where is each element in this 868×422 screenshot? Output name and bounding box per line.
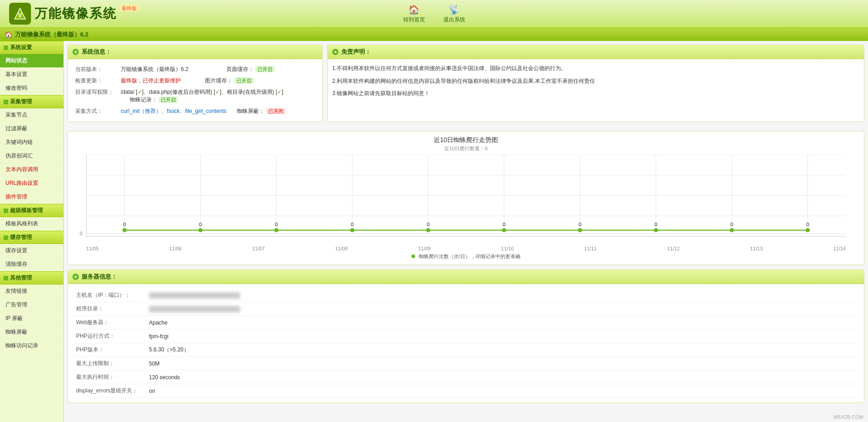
x-label-7: 11/12 [667, 246, 680, 251]
x-label-4: 11/09 [418, 246, 431, 251]
server-row-dir: 程序目录： [72, 302, 859, 316]
sidebar-item-template-list[interactable]: 模板风格列表 [0, 217, 63, 231]
chart-legend: 蜘蛛爬行次数（次/日），详细记录中的更准确 [72, 253, 859, 260]
x-label-1: 11/06 [169, 246, 182, 251]
system-info-icon: ★ [72, 49, 79, 55]
sidebar-item-cache-settings[interactable]: 缓存设置 [0, 244, 63, 258]
disclaimer-icon: ★ [332, 49, 339, 55]
server-info-panel: ★ 服务器信息： 主机名（IP：端口）： 程序目录： Web服务器： Apa [67, 269, 864, 403]
system-info-title: 系统信息： [82, 48, 111, 56]
php-version-value: 5.6.30（>5.20） [145, 343, 859, 357]
logo-title: 万能镜像系统 [35, 6, 117, 20]
server-row-php-version: PHP版本： 5.6.30（>5.20） [72, 343, 859, 357]
version-text: 万能镜像系统（最终版）6.2 [121, 66, 189, 72]
hostname-blurred [149, 292, 240, 299]
system-info-body: 当前版本： 万能镜像系统（最终版）6.2 页面缓存： 已开启 检查更新： 最终版… [68, 59, 322, 122]
sidebar-item-collect-node[interactable]: 采集节点 [0, 108, 63, 122]
svg-text:0: 0 [199, 222, 202, 227]
sidebar-item-friend-links[interactable]: 友情链接 [0, 285, 63, 298]
sidebar-section-template: 超级模板管理 [0, 204, 63, 217]
display-errors-value: on [145, 384, 859, 398]
spider-log-label: 蜘蛛记录： [130, 96, 157, 104]
disclaimer-text: 1.不得利用本软件以任何方式直接或者间接的从事违反中国法律、国际公约以及社会公德… [332, 64, 859, 99]
server-info-title: 服务器信息： [82, 273, 117, 281]
section-icon-3 [4, 208, 8, 213]
sidebar-item-clear-cache[interactable]: 清除缓存 [0, 258, 63, 271]
svg-text:0: 0 [806, 222, 809, 227]
sidebar-item-website-status[interactable]: 网站状态 [0, 54, 63, 68]
collect-label: 采集方式： [72, 106, 118, 117]
section-icon [4, 46, 8, 50]
svg-text:0: 0 [730, 222, 734, 227]
sidebar-section-title: 系统设置 [10, 44, 32, 51]
svg-text:0: 0 [654, 222, 657, 227]
server-row-hostname: 主机名（IP：端口）： [72, 289, 859, 302]
x-label-8: 11/13 [750, 246, 763, 251]
home-icon: 🏠 [408, 4, 420, 15]
sidebar-item-url-route[interactable]: URL路由设置 [0, 177, 63, 190]
page-cache-label: 页面缓存： [226, 66, 254, 72]
sidebar-item-text-content[interactable]: 文本内容调用 [0, 163, 63, 177]
svg-text:0: 0 [579, 222, 582, 227]
home-small-icon: 🏠 [5, 31, 12, 38]
section-icon-4 [4, 235, 8, 240]
upload-limit-value: 50M [145, 357, 859, 371]
check2: ✓ [215, 89, 220, 95]
x-label-5: 11/10 [501, 246, 514, 251]
top-row: ★ 系统信息： 当前版本： 万能镜像系统（最终版）6.2 页面缓存： 已开启 [67, 45, 864, 127]
svg-point-22 [502, 228, 507, 232]
x-label-2: 11/07 [252, 246, 265, 251]
x-label-0: 11/05 [86, 246, 99, 251]
collect-value: curl_init（推荐）、fsock、file_get_contents 蜘蛛… [118, 106, 318, 117]
svg-text:0: 0 [275, 222, 278, 227]
disclaimer-line-3: 3.镜像网站之前请先获取目标站的同意！ [332, 89, 859, 99]
sidebar: 系统设置 网站状态 基本设置 修改密码 采集管理 采集节点 过滤屏蔽 关键词内链… [0, 41, 64, 422]
server-row-exec-time: 最大执行时间： 120 seconds [72, 371, 859, 384]
logo-subtitle: 最终版 [120, 5, 139, 11]
svg-point-17 [123, 228, 127, 232]
dir-value [145, 302, 859, 316]
chart-title: 近10日蜘蛛爬行走势图 [72, 136, 859, 144]
disclaimer-title: 免责声明： [341, 48, 371, 56]
disclaimer-line-1: 1.不得利用本软件以任何方式直接或者间接的从事违反中国法律、国际公约以及社会公德… [332, 64, 859, 74]
server-row-webserver: Web服务器： Apache [72, 316, 859, 330]
svg-point-20 [350, 228, 354, 232]
sidebar-item-keyword-link[interactable]: 关键词内链 [0, 136, 63, 149]
logo-title-container: 万能镜像系统 最终版 [35, 5, 139, 22]
img-cache-status: 已开启 [234, 77, 254, 84]
spider-log-status: 已开启 [159, 97, 178, 103]
collect-text: curl_init（推荐）、fsock、file_get_contents [121, 108, 226, 114]
disclaimer-header: ★ 免责声明： [328, 45, 864, 59]
nav-home[interactable]: 🏠 转到首页 [403, 4, 425, 24]
chart-container: 0 [86, 155, 846, 237]
svg-text:0: 0 [426, 222, 430, 227]
chart-panel: 近10日蜘蛛爬行走势图 近10日爬行数量：0 0 [67, 131, 864, 265]
sidebar-item-pseudo-original[interactable]: 伪原创词汇 [0, 149, 63, 163]
sidebar-item-ad-mgmt[interactable]: 广告管理 [0, 298, 63, 312]
sidebar-section-system: 系统设置 [0, 41, 63, 54]
sidebar-item-change-password[interactable]: 修改密码 [0, 81, 63, 95]
dir-label: 程序目录： [72, 302, 145, 316]
sidebar-item-basic-settings[interactable]: 基本设置 [0, 68, 63, 81]
svg-text:0: 0 [351, 222, 354, 227]
sidebar-item-filter-block[interactable]: 过滤屏蔽 [0, 122, 63, 136]
webserver-value: Apache [145, 316, 859, 330]
sidebar-item-plugin-mgmt[interactable]: 插件管理 [0, 190, 63, 204]
sidebar-section-title-2: 采集管理 [10, 98, 32, 106]
php-version-label: PHP版本： [72, 343, 145, 357]
info-table: 当前版本： 万能镜像系统（最终版）6.2 页面缓存： 已开启 检查更新： 最终版… [72, 64, 318, 117]
sidebar-item-spider-log[interactable]: 蜘蛛访问记录 [0, 339, 63, 353]
sidebar-item-ip-block[interactable]: IP 屏蔽 [0, 312, 63, 325]
nav-logout-label: 退出系统 [443, 16, 465, 24]
svg-point-21 [426, 228, 431, 232]
x-axis-labels: 11/05 11/06 11/07 11/08 11/09 11/10 11/1… [72, 246, 859, 251]
main-layout: 系统设置 网站状态 基本设置 修改密码 采集管理 采集节点 过滤屏蔽 关键词内链… [0, 41, 868, 422]
disclaimer-body: 1.不得利用本软件以任何方式直接或者间接的从事违反中国法律、国际公约以及社会公德… [328, 59, 864, 103]
nav-logout[interactable]: 📡 退出系统 [443, 4, 465, 24]
sidebar-item-spider-block[interactable]: 蜘蛛屏蔽 [0, 325, 63, 339]
legend-dot [411, 254, 415, 258]
server-row-upload-limit: 最大上传限制： 50M [72, 357, 859, 371]
server-info-header: ★ 服务器信息： [68, 270, 864, 284]
p1: ]、data.php(修改后台密码用) [ [142, 89, 216, 95]
exec-time-value: 120 seconds [145, 371, 859, 384]
